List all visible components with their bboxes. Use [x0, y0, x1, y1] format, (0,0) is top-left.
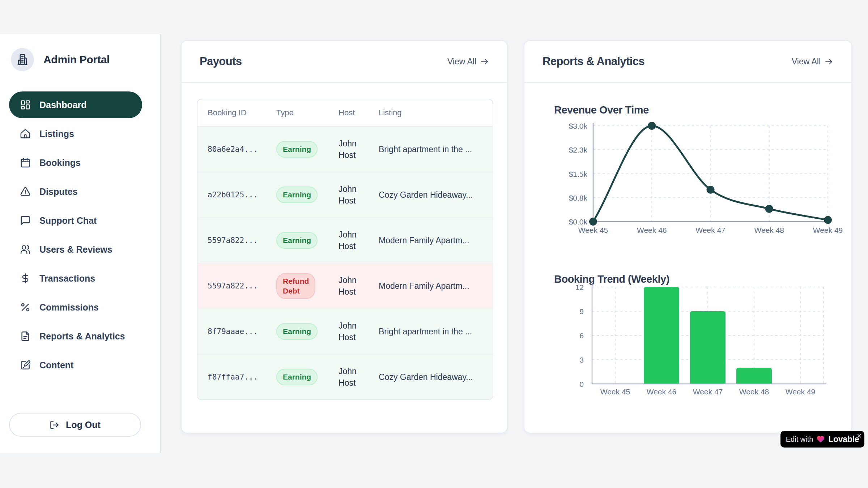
logout-icon	[50, 420, 59, 430]
table-row[interactable]: 5597a822... Earning John Host Modern Fam…	[197, 217, 493, 263]
chat-icon	[20, 215, 31, 226]
sidebar-item-listings[interactable]: Listings	[9, 120, 142, 147]
table-row[interactable]: 80a6e2a4... Earning John Host Bright apa…	[197, 126, 493, 172]
dollar-icon	[20, 273, 31, 284]
svg-text:Week 46: Week 46	[637, 226, 667, 234]
booking-id-cell: 8f79aaae...	[208, 327, 276, 336]
svg-text:$1.5k: $1.5k	[569, 170, 588, 178]
listing-cell: Cozy Garden Hideaway...	[379, 372, 493, 382]
sidebar-item-label: Dashboard	[39, 100, 87, 110]
host-cell: John Host	[339, 138, 365, 161]
percent-icon	[20, 302, 31, 313]
dashboard-icon	[20, 99, 31, 110]
type-cell: Earning	[276, 323, 339, 339]
sidebar-item-label: Transactions	[39, 273, 95, 284]
sidebar-item-label: Users & Reviews	[39, 244, 112, 255]
app-title: Admin Portal	[43, 53, 110, 66]
svg-text:6: 6	[579, 331, 584, 340]
sidebar-item-label: Disputes	[39, 187, 78, 197]
lovable-prefix-label: Edit with	[786, 435, 813, 444]
sidebar-item-content[interactable]: Content	[9, 352, 142, 378]
arrow-right-icon	[480, 57, 489, 66]
booking-id-cell: 80a6e2a4...	[208, 145, 276, 154]
sidebar-item-reports-analytics[interactable]: Reports & Analytics	[9, 323, 142, 350]
svg-text:Week 46: Week 46	[647, 388, 677, 396]
logout-button[interactable]: Log Out	[9, 413, 141, 437]
view-all-label: View All	[792, 57, 821, 67]
brand-logo-badge	[11, 48, 34, 71]
sidebar-item-users-reviews[interactable]: Users & Reviews	[9, 236, 142, 263]
arrow-right-icon	[824, 57, 833, 66]
sidebar-item-disputes[interactable]: Disputes	[9, 178, 142, 205]
sidebar-item-label: Listings	[39, 129, 74, 139]
host-cell: John Host	[339, 274, 365, 297]
revenue-line-chart: $0.0k$0.8k$1.5k$2.3k$3.0kWeek 45Week 46W…	[543, 119, 843, 243]
type-badge: Earning	[276, 232, 318, 248]
svg-text:$2.3k: $2.3k	[569, 146, 588, 154]
sidebar-item-label: Reports & Analytics	[39, 331, 125, 342]
host-cell: John Host	[339, 183, 365, 206]
svg-text:Week 48: Week 48	[739, 388, 769, 396]
sidebar-item-support-chat[interactable]: Support Chat	[9, 207, 142, 234]
revenue-chart-title: Revenue Over Time	[554, 104, 649, 116]
svg-text:12: 12	[575, 283, 584, 291]
payouts-card: Payouts View All Booking IDTypeHostListi…	[181, 40, 508, 433]
lovable-brand-label: Lovable	[828, 435, 859, 444]
sidebar-item-commissions[interactable]: Commissions	[9, 294, 142, 321]
booking-trend-bar-chart: 036912Week 45Week 46Week 47Week 48Week 4…	[543, 278, 843, 401]
booking-id-cell: f87ffaa7...	[208, 373, 276, 381]
type-cell: Earning	[276, 232, 339, 248]
svg-text:Week 49: Week 49	[813, 226, 843, 234]
table-body: 80a6e2a4... Earning John Host Bright apa…	[197, 126, 493, 399]
listing-cell: Cozy Garden Hideaway...	[379, 190, 493, 200]
sidebar-nav: Dashboard Listings Bookings Disputes Sup…	[9, 91, 142, 378]
home-icon	[20, 128, 31, 139]
svg-text:0: 0	[579, 380, 584, 388]
svg-text:Week 47: Week 47	[695, 226, 726, 234]
sidebar-item-label: Content	[39, 360, 73, 371]
payouts-card-header: Payouts View All	[182, 41, 507, 83]
logout-label: Log Out	[66, 420, 101, 430]
type-badge: Earning	[276, 369, 318, 385]
edit-with-lovable-badge[interactable]: Edit with Lovable ×	[780, 431, 864, 448]
table-row[interactable]: 8f79aaae... Earning John Host Bright apa…	[197, 308, 493, 354]
sidebar-item-dashboard[interactable]: Dashboard	[9, 91, 142, 118]
listing-cell: Modern Family Apartm...	[379, 236, 493, 245]
building-icon	[16, 53, 29, 66]
type-cell: Earning	[276, 369, 339, 385]
type-badge: Earning	[276, 141, 318, 157]
file-edit-icon	[20, 360, 31, 371]
table-header-row: Booking IDTypeHostListing	[197, 99, 493, 126]
type-badge: Refund Debt	[276, 273, 315, 299]
svg-text:$3.0k: $3.0k	[569, 122, 588, 130]
payouts-title: Payouts	[200, 55, 242, 68]
svg-text:$0.0k: $0.0k	[569, 218, 588, 226]
sidebar-item-label: Commissions	[39, 302, 99, 313]
sidebar-item-bookings[interactable]: Bookings	[9, 149, 142, 176]
table-row[interactable]: a22b0125... Earning John Host Cozy Garde…	[197, 172, 493, 217]
svg-text:Week 45: Week 45	[578, 226, 608, 234]
host-cell: John Host	[339, 320, 365, 343]
users-icon	[20, 244, 31, 255]
column-header-booking-id: Booking ID	[208, 108, 276, 117]
table-row[interactable]: 5597a822... Refund Debt John Host Modern…	[197, 263, 493, 308]
host-cell: John Host	[339, 365, 365, 389]
calendar-icon	[20, 157, 31, 168]
type-badge: Earning	[276, 187, 318, 203]
column-header-type: Type	[276, 108, 339, 117]
sidebar: Admin Portal Dashboard Listings Bookings…	[0, 34, 161, 453]
document-icon	[20, 331, 31, 342]
brand: Admin Portal	[11, 48, 110, 71]
reports-title: Reports & Analytics	[542, 55, 644, 68]
svg-text:Week 45: Week 45	[600, 388, 630, 396]
sidebar-item-transactions[interactable]: Transactions	[9, 265, 142, 292]
listing-cell: Bright apartment in the ...	[379, 327, 493, 337]
type-cell: Refund Debt	[276, 273, 339, 299]
host-cell: John Host	[339, 229, 365, 252]
table-row[interactable]: f87ffaa7... Earning John Host Cozy Garde…	[197, 354, 493, 399]
payouts-view-all-link[interactable]: View All	[447, 57, 489, 67]
reports-view-all-link[interactable]: View All	[792, 57, 833, 67]
close-icon[interactable]: ×	[857, 432, 861, 440]
listing-cell: Bright apartment in the ...	[379, 145, 493, 154]
svg-text:$0.8k: $0.8k	[569, 194, 588, 202]
